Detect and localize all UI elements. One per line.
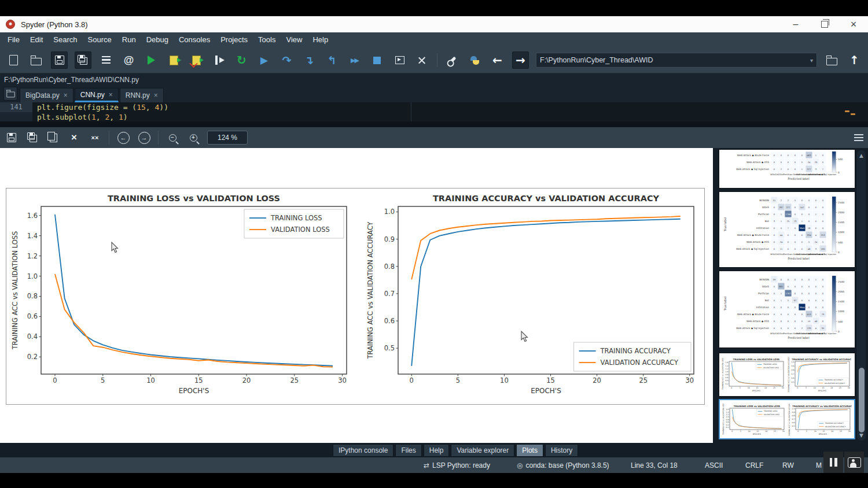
new-file-icon[interactable] <box>6 52 21 68</box>
svg-text:1.0: 1.0 <box>384 208 395 216</box>
zoom-out-icon[interactable]: − <box>165 131 179 145</box>
svg-text:Infiltration: Infiltration <box>756 306 769 309</box>
back-icon[interactable]: ← <box>490 52 505 68</box>
code-editor[interactable]: 141 plt.figure(figsize = (15, 4)) plt.su… <box>0 102 868 121</box>
menu-file[interactable]: File <box>2 32 25 47</box>
breadcrumb: F:\PythonRun\Cyber_Thread\AWID\CNN.py <box>0 73 868 86</box>
plot-thumbnail-3[interactable]: BENIGN590000010DDoS0681000000PortScan011… <box>719 271 855 348</box>
close-button[interactable]: × <box>839 16 868 32</box>
svg-text:Bot: Bot <box>765 299 770 302</box>
plot-thumbnail-4[interactable]: 0510152025300.20.40.60.81.01.21.41.6TRAI… <box>719 353 855 397</box>
pane-tab-files[interactable]: Files <box>395 444 421 457</box>
svg-text:29: 29 <box>815 161 818 164</box>
close-icon[interactable]: × <box>154 91 158 99</box>
svg-text:0.8: 0.8 <box>726 419 729 421</box>
menu-edit[interactable]: Edit <box>25 32 48 47</box>
symbol-finder-icon[interactable]: @ <box>121 52 137 68</box>
save-plot-icon[interactable] <box>5 131 19 145</box>
editor-tab-BigData.py[interactable]: BigData.py× <box>20 88 73 102</box>
pane-tab-history[interactable]: History <box>545 444 578 457</box>
menu-tools[interactable]: Tools <box>253 32 281 47</box>
restart-kernel-icon[interactable]: ↻ <box>234 52 249 68</box>
svg-text:0.9: 0.9 <box>384 235 395 243</box>
svg-text:463: 463 <box>807 154 811 157</box>
remove-plot-icon[interactable]: × <box>67 131 81 145</box>
zoom-level-field[interactable]: 124 % <box>207 131 248 145</box>
menu-search[interactable]: Search <box>48 32 82 47</box>
python-path-icon[interactable] <box>467 52 483 68</box>
copy-plot-icon[interactable] <box>46 131 60 145</box>
menu-help[interactable]: Help <box>307 32 333 47</box>
webcam-button[interactable] <box>844 452 864 473</box>
menubar: FileEditSearchSourceRunDebugConsolesProj… <box>0 32 868 47</box>
svg-text:25: 25 <box>290 376 299 385</box>
step-over-icon[interactable]: ↷ <box>279 52 295 68</box>
run-file-icon[interactable] <box>144 52 159 68</box>
working-directory-input[interactable]: F:\PythonRun\Cyber_Thread\AWID ▾ <box>536 53 817 68</box>
pane-tab-ipython-console[interactable]: IPython console <box>333 444 393 457</box>
menu-source[interactable]: Source <box>83 32 117 47</box>
svg-text:VALIDATION LOSS: VALIDATION LOSS <box>271 225 330 234</box>
run-cell-icon[interactable] <box>166 52 182 68</box>
menu-debug[interactable]: Debug <box>141 32 174 47</box>
open-file-icon[interactable] <box>28 52 44 68</box>
close-icon[interactable]: × <box>64 91 68 99</box>
pane-tab-variable-explorer[interactable]: Variable explorer <box>451 444 514 457</box>
restore-button[interactable] <box>810 16 839 32</box>
plot-thumbnail-1[interactable]: Web Attack ◆ Brute Force0000046310Web At… <box>719 149 855 188</box>
scrollbar-thumb[interactable] <box>859 368 865 432</box>
save-all-plots-icon[interactable] <box>25 131 39 145</box>
svg-text:180: 180 <box>821 248 826 250</box>
svg-text:1: 1 <box>781 213 782 216</box>
zoom-in-icon[interactable]: + <box>186 131 200 145</box>
svg-text:7: 7 <box>822 168 823 171</box>
save-all-icon[interactable] <box>75 51 91 69</box>
svg-text:24: 24 <box>780 241 783 243</box>
fullscreen-icon[interactable] <box>414 52 430 68</box>
svg-text:500: 500 <box>838 241 843 244</box>
minimize-button[interactable]: – <box>781 16 810 32</box>
close-icon[interactable]: × <box>109 91 113 99</box>
debug-file-icon[interactable]: ▶ <box>256 52 272 68</box>
spyder-window: Spyder (Python 3.8) – × FileEditSearchSo… <box>0 0 868 488</box>
svg-text:TRAINING ACC vs VALIDATION LOS: TRAINING ACC vs VALIDATION LOSS <box>722 358 724 390</box>
editor-tab-CNN.py[interactable]: CNN.py× <box>75 88 119 102</box>
maximize-pane-icon[interactable] <box>392 52 407 68</box>
plots-options-menu-icon[interactable] <box>854 134 863 141</box>
menu-consoles[interactable]: Consoles <box>174 32 215 47</box>
continue-icon[interactable]: ▶▶ <box>347 52 362 68</box>
browse-directory-icon[interactable] <box>824 52 840 68</box>
menu-run[interactable]: Run <box>117 32 141 47</box>
step-return-icon[interactable]: ↰ <box>324 52 340 68</box>
plot-thumbnail-2[interactable]: BENIGN512250000DDoS02672270147000PortSca… <box>719 191 855 268</box>
svg-text:15: 15 <box>757 430 759 432</box>
browse-tabs-button[interactable] <box>3 87 17 101</box>
menu-view[interactable]: View <box>281 32 307 47</box>
pause-button[interactable] <box>823 452 843 473</box>
menu-projects[interactable]: Projects <box>215 32 253 47</box>
scroll-down-icon[interactable]: ▼ <box>857 432 866 438</box>
step-into-icon[interactable]: ↴ <box>301 52 317 68</box>
next-plot-icon[interactable]: → <box>137 131 151 145</box>
svg-text:1.0: 1.0 <box>791 361 794 363</box>
scroll-up-icon[interactable]: ▲ <box>857 153 866 158</box>
run-selection-icon[interactable] <box>211 52 227 68</box>
svg-text:2500: 2500 <box>838 280 844 283</box>
editor-tab-RNN.py[interactable]: RNN.py× <box>120 88 164 102</box>
save-icon[interactable] <box>51 51 68 69</box>
forward-icon[interactable]: → <box>512 51 529 69</box>
outline-icon[interactable] <box>98 52 114 68</box>
plot-thumbnail-5[interactable]: 0510152025300.20.40.60.81.01.21.41.6TRAI… <box>719 399 855 439</box>
pane-tab-plots[interactable]: Plots <box>516 444 543 457</box>
main-toolbar: @ ↻ ▶ ↷ ↴ ↰ ▶▶ ← → F:\PythonRun\Cyber_Th… <box>0 47 868 73</box>
svg-text:TRAINING ACC vs VALIDATION ACC: TRAINING ACC vs VALIDATION ACCURACY <box>788 404 790 436</box>
preferences-wrench-icon[interactable] <box>444 52 460 68</box>
rerun-cell-icon[interactable] <box>189 52 204 68</box>
stop-debug-icon[interactable] <box>369 52 385 68</box>
previous-plot-icon[interactable]: ← <box>116 131 130 145</box>
pane-splitter[interactable] <box>0 121 868 127</box>
chevron-down-icon[interactable]: ▾ <box>810 57 813 64</box>
parent-directory-icon[interactable]: ↑ <box>847 52 862 68</box>
pane-tab-help[interactable]: Help <box>424 444 450 457</box>
remove-all-plots-icon[interactable]: ×× <box>88 131 102 145</box>
